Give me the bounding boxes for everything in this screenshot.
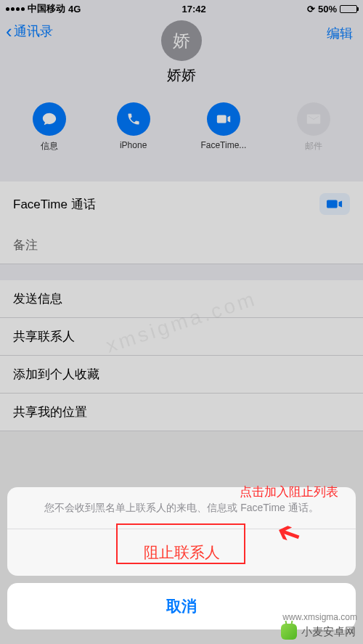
android-logo-icon [281,624,297,640]
cancel-button[interactable]: 取消 [7,583,356,629]
annotation-label: 点击加入阻止列表 [240,484,338,500]
watermark-brand: 小麦安卓网 [281,624,356,640]
block-contact-button[interactable]: 阻止联系人 [7,529,356,576]
watermark-url: www.xmsigma.com [282,612,357,622]
watermark-brand-text: 小麦安卓网 [301,625,356,639]
action-sheet: 您不会收到黑名单上联系人的来电、信息或 FaceTime 通话。 阻止联系人 取… [7,487,356,629]
